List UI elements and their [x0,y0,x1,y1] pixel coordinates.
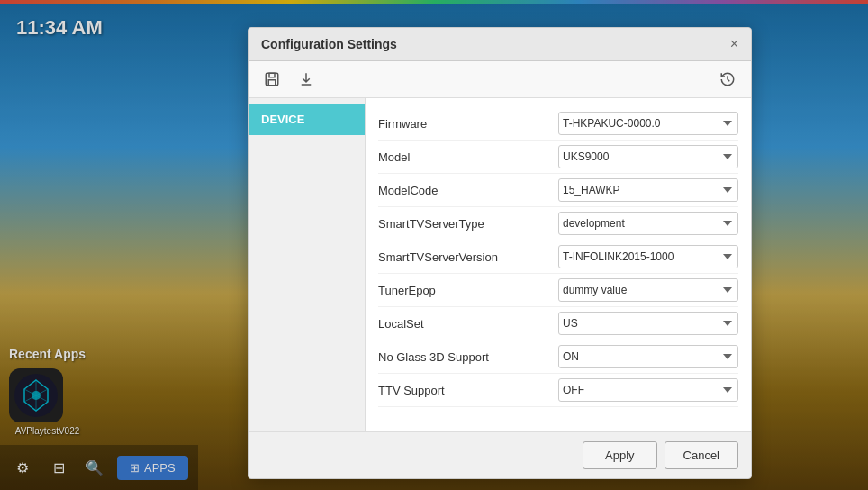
field-select-smarttvservertype[interactable]: development [558,212,738,235]
field-row: FirmwareT-HKPAKUC-0000.0 [378,107,738,141]
field-label-modelcode: ModelCode [378,184,558,197]
field-select-localset[interactable]: US [558,312,738,335]
svg-rect-4 [268,80,276,86]
dialog-toolbar [249,61,751,98]
field-label-no-glass-3d-support: No Glass 3D Support [378,350,558,364]
field-select-ttv-support[interactable]: ONOFF [558,378,738,402]
field-row: ModelCode15_HAWKP [378,174,738,207]
field-select-tunerepop[interactable]: dummy value [558,278,738,302]
field-select-model[interactable]: UKS9000 [558,145,738,168]
field-select-smarttvserverversion[interactable]: T-INFOLINK2015-1000 [558,245,738,268]
svg-rect-3 [269,73,275,77]
dialog-content: DEVICE FirmwareT-HKPAKUC-0000.0ModelUKS9… [249,98,751,431]
field-row: SmartTVServerTypedevelopment [378,207,738,240]
field-row: No Glass 3D SupportONOFF [378,340,738,374]
field-label-firmware: Firmware [378,117,558,131]
field-label-tunerepop: TunerEpop [378,284,558,297]
field-label-ttv-support: TTV Support [378,384,558,397]
field-label-localset: LocalSet [378,317,558,331]
field-select-no-glass-3d-support[interactable]: ONOFF [558,345,738,368]
apply-button[interactable]: Apply [583,441,657,469]
field-label-smarttvserverversion: SmartTVServerVersion [378,250,558,264]
history-button[interactable] [713,67,742,92]
close-button[interactable]: × [730,37,738,51]
desktop: 11:34 AM Recent Apps AVPlaytestV022 ⚙ ⊟ … [0,0,868,490]
sidebar: DEVICE [249,98,366,431]
save-button[interactable] [258,67,286,92]
field-row: TTV SupportONOFF [378,374,738,407]
field-row: LocalSetUS [378,307,738,340]
cancel-button[interactable]: Cancel [665,441,738,469]
field-row: SmartTVServerVersionT-INFOLINK2015-1000 [378,240,738,274]
sidebar-item-device[interactable]: DEVICE [249,104,365,135]
dialog-titlebar: Configuration Settings × [249,28,751,61]
field-label-smarttvservertype: SmartTVServerType [378,217,558,231]
main-panel: FirmwareT-HKPAKUC-0000.0ModelUKS9000Mode… [366,98,751,431]
field-row: ModelUKS9000 [378,141,738,174]
dialog-footer: Apply Cancel [249,431,751,478]
download-button[interactable] [292,67,321,92]
dialog-title: Configuration Settings [261,37,397,51]
field-label-model: Model [378,150,558,164]
field-select-firmware[interactable]: T-HKPAKUC-0000.0 [558,112,738,135]
field-row: TunerEpopdummy value [378,274,738,307]
field-select-modelcode[interactable]: 15_HAWKP [558,178,738,202]
configuration-dialog: Configuration Settings × [248,27,752,479]
